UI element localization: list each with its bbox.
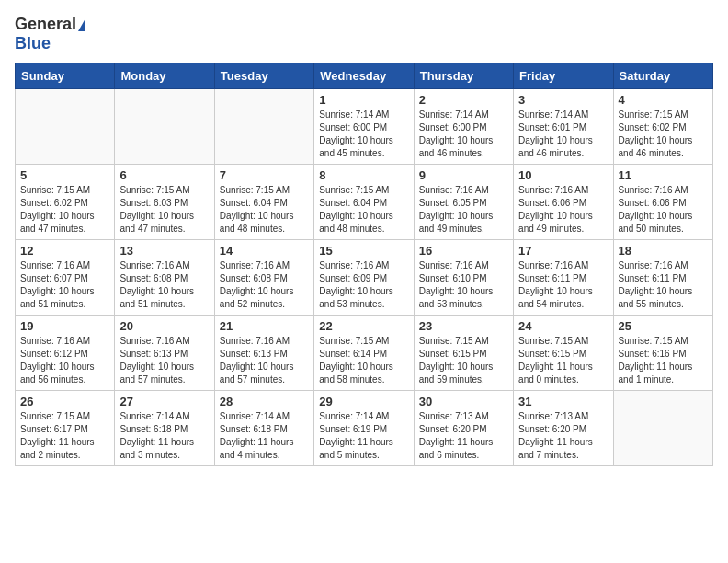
day-number: 29 — [319, 395, 408, 408]
weekday-header-sunday: Sunday — [16, 63, 115, 89]
calendar-cell: 6Sunrise: 7:15 AM Sunset: 6:03 PM Daylig… — [115, 165, 214, 240]
weekday-header-saturday: Saturday — [613, 63, 712, 89]
logo-blue-text: Blue — [15, 34, 51, 53]
calendar-cell: 25Sunrise: 7:15 AM Sunset: 6:16 PM Dayli… — [613, 316, 712, 391]
calendar-cell: 20Sunrise: 7:16 AM Sunset: 6:13 PM Dayli… — [115, 316, 214, 391]
day-number: 10 — [518, 168, 608, 182]
calendar-cell — [613, 391, 712, 466]
week-row-5: 26Sunrise: 7:15 AM Sunset: 6:17 PM Dayli… — [16, 391, 713, 466]
calendar-cell: 8Sunrise: 7:15 AM Sunset: 6:04 PM Daylig… — [314, 165, 414, 240]
day-number: 6 — [119, 168, 209, 182]
week-row-2: 5Sunrise: 7:15 AM Sunset: 6:02 PM Daylig… — [16, 165, 713, 240]
day-number: 21 — [220, 319, 309, 333]
day-info: Sunrise: 7:15 AM Sunset: 6:03 PM Dayligh… — [119, 184, 209, 236]
calendar-cell: 12Sunrise: 7:16 AM Sunset: 6:07 PM Dayli… — [16, 240, 115, 316]
calendar-cell — [16, 89, 115, 165]
calendar-cell: 18Sunrise: 7:16 AM Sunset: 6:11 PM Dayli… — [613, 240, 712, 316]
calendar-cell: 11Sunrise: 7:16 AM Sunset: 6:06 PM Dayli… — [613, 165, 712, 240]
day-info: Sunrise: 7:16 AM Sunset: 6:11 PM Dayligh… — [619, 259, 708, 311]
page-header: General Blue — [15, 15, 713, 53]
calendar-cell: 15Sunrise: 7:16 AM Sunset: 6:09 PM Dayli… — [314, 240, 414, 316]
day-info: Sunrise: 7:15 AM Sunset: 6:16 PM Dayligh… — [619, 335, 708, 386]
day-info: Sunrise: 7:16 AM Sunset: 6:13 PM Dayligh… — [119, 335, 209, 386]
calendar-cell: 9Sunrise: 7:16 AM Sunset: 6:05 PM Daylig… — [414, 165, 513, 240]
day-number: 12 — [20, 244, 109, 258]
day-info: Sunrise: 7:14 AM Sunset: 6:19 PM Dayligh… — [319, 410, 408, 462]
day-info: Sunrise: 7:14 AM Sunset: 6:18 PM Dayligh… — [119, 410, 209, 462]
day-info: Sunrise: 7:16 AM Sunset: 6:10 PM Dayligh… — [419, 259, 508, 311]
calendar-table: SundayMondayTuesdayWednesdayThursdayFrid… — [15, 63, 713, 466]
day-info: Sunrise: 7:14 AM Sunset: 6:00 PM Dayligh… — [319, 109, 408, 160]
day-number: 7 — [220, 168, 309, 182]
day-number: 24 — [518, 319, 608, 333]
calendar-cell: 26Sunrise: 7:15 AM Sunset: 6:17 PM Dayli… — [16, 391, 115, 466]
day-info: Sunrise: 7:16 AM Sunset: 6:11 PM Dayligh… — [518, 259, 608, 311]
day-info: Sunrise: 7:16 AM Sunset: 6:05 PM Dayligh… — [419, 184, 508, 236]
day-info: Sunrise: 7:16 AM Sunset: 6:08 PM Dayligh… — [119, 259, 209, 311]
day-info: Sunrise: 7:14 AM Sunset: 6:01 PM Dayligh… — [518, 109, 608, 160]
day-info: Sunrise: 7:13 AM Sunset: 6:20 PM Dayligh… — [419, 410, 508, 462]
logo: General Blue — [15, 15, 85, 53]
calendar-cell: 24Sunrise: 7:15 AM Sunset: 6:15 PM Dayli… — [514, 316, 613, 391]
calendar-cell: 7Sunrise: 7:15 AM Sunset: 6:04 PM Daylig… — [214, 165, 313, 240]
day-info: Sunrise: 7:14 AM Sunset: 6:00 PM Dayligh… — [419, 109, 508, 160]
day-number: 18 — [619, 244, 708, 258]
week-row-3: 12Sunrise: 7:16 AM Sunset: 6:07 PM Dayli… — [16, 240, 713, 316]
day-number: 16 — [419, 244, 508, 258]
day-info: Sunrise: 7:15 AM Sunset: 6:02 PM Dayligh… — [619, 109, 708, 160]
week-row-1: 1Sunrise: 7:14 AM Sunset: 6:00 PM Daylig… — [16, 89, 713, 165]
calendar-cell: 31Sunrise: 7:13 AM Sunset: 6:20 PM Dayli… — [514, 391, 613, 466]
weekday-header-friday: Friday — [514, 63, 613, 89]
day-number: 19 — [20, 319, 109, 333]
day-info: Sunrise: 7:15 AM Sunset: 6:14 PM Dayligh… — [319, 335, 408, 386]
day-number: 27 — [119, 395, 209, 408]
calendar-cell: 2Sunrise: 7:14 AM Sunset: 6:00 PM Daylig… — [414, 89, 513, 165]
day-number: 30 — [419, 395, 508, 408]
logo-general-text: General — [15, 15, 76, 34]
day-info: Sunrise: 7:16 AM Sunset: 6:13 PM Dayligh… — [220, 335, 309, 386]
day-number: 9 — [419, 168, 508, 182]
calendar-cell: 3Sunrise: 7:14 AM Sunset: 6:01 PM Daylig… — [514, 89, 613, 165]
calendar-cell: 10Sunrise: 7:16 AM Sunset: 6:06 PM Dayli… — [514, 165, 613, 240]
day-info: Sunrise: 7:15 AM Sunset: 6:04 PM Dayligh… — [220, 184, 309, 236]
day-number: 31 — [518, 395, 608, 408]
day-number: 26 — [20, 395, 109, 408]
calendar-cell: 19Sunrise: 7:16 AM Sunset: 6:12 PM Dayli… — [16, 316, 115, 391]
weekday-header-wednesday: Wednesday — [314, 63, 414, 89]
day-info: Sunrise: 7:15 AM Sunset: 6:15 PM Dayligh… — [419, 335, 508, 386]
day-number: 28 — [220, 395, 309, 408]
day-info: Sunrise: 7:13 AM Sunset: 6:20 PM Dayligh… — [518, 410, 608, 462]
weekday-header-thursday: Thursday — [414, 63, 513, 89]
day-info: Sunrise: 7:15 AM Sunset: 6:02 PM Dayligh… — [20, 184, 109, 236]
calendar-cell: 27Sunrise: 7:14 AM Sunset: 6:18 PM Dayli… — [115, 391, 214, 466]
day-info: Sunrise: 7:15 AM Sunset: 6:17 PM Dayligh… — [20, 410, 109, 462]
day-number: 1 — [319, 93, 408, 107]
calendar-cell: 21Sunrise: 7:16 AM Sunset: 6:13 PM Dayli… — [214, 316, 313, 391]
day-number: 2 — [419, 93, 508, 107]
calendar-cell: 16Sunrise: 7:16 AM Sunset: 6:10 PM Dayli… — [414, 240, 513, 316]
day-number: 17 — [518, 244, 608, 258]
weekday-header-row: SundayMondayTuesdayWednesdayThursdayFrid… — [16, 63, 713, 89]
calendar-cell: 30Sunrise: 7:13 AM Sunset: 6:20 PM Dayli… — [414, 391, 513, 466]
day-number: 11 — [619, 168, 708, 182]
day-info: Sunrise: 7:15 AM Sunset: 6:04 PM Dayligh… — [319, 184, 408, 236]
day-info: Sunrise: 7:16 AM Sunset: 6:09 PM Dayligh… — [319, 259, 408, 311]
day-number: 14 — [220, 244, 309, 258]
day-number: 3 — [518, 93, 608, 107]
day-number: 20 — [119, 319, 209, 333]
day-info: Sunrise: 7:16 AM Sunset: 6:12 PM Dayligh… — [20, 335, 109, 386]
day-info: Sunrise: 7:16 AM Sunset: 6:06 PM Dayligh… — [619, 184, 708, 236]
calendar-cell: 22Sunrise: 7:15 AM Sunset: 6:14 PM Dayli… — [314, 316, 414, 391]
calendar-cell: 29Sunrise: 7:14 AM Sunset: 6:19 PM Dayli… — [314, 391, 414, 466]
calendar-cell — [214, 89, 313, 165]
day-number: 8 — [319, 168, 408, 182]
day-number: 25 — [619, 319, 708, 333]
calendar-cell: 1Sunrise: 7:14 AM Sunset: 6:00 PM Daylig… — [314, 89, 414, 165]
weekday-header-monday: Monday — [115, 63, 214, 89]
day-number: 5 — [20, 168, 109, 182]
week-row-4: 19Sunrise: 7:16 AM Sunset: 6:12 PM Dayli… — [16, 316, 713, 391]
calendar-cell: 23Sunrise: 7:15 AM Sunset: 6:15 PM Dayli… — [414, 316, 513, 391]
day-info: Sunrise: 7:15 AM Sunset: 6:15 PM Dayligh… — [518, 335, 608, 386]
calendar-cell: 17Sunrise: 7:16 AM Sunset: 6:11 PM Dayli… — [514, 240, 613, 316]
calendar-cell: 14Sunrise: 7:16 AM Sunset: 6:08 PM Dayli… — [214, 240, 313, 316]
